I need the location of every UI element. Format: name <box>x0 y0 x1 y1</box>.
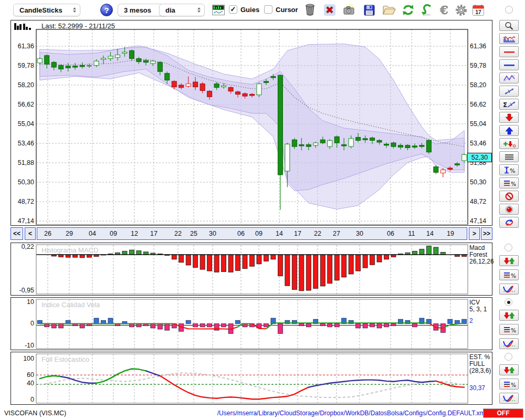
price-tick-label: 50,30 <box>470 178 486 186</box>
help-button[interactable]: ? <box>100 4 113 16</box>
price-tick-label: 47,14 <box>470 217 486 225</box>
trend-line-tool-button[interactable] <box>499 86 519 97</box>
delete-x-button[interactable]: ✖ <box>322 3 337 17</box>
price-tick-label: 59,78 <box>470 62 486 69</box>
stoch-lines-percent-button[interactable]: % <box>499 379 519 390</box>
icv-value: 2 <box>469 318 487 324</box>
svg-text:✖: ✖ <box>326 4 334 16</box>
open-folder-button[interactable] <box>382 3 396 17</box>
stoch-tick-label: 100 <box>11 355 34 362</box>
calendar-button[interactable]: 17 <box>471 3 486 17</box>
date-tick-label: 06 <box>387 230 394 237</box>
icv-ymin-label: -10 <box>11 342 34 349</box>
current-price-badge: 52,30 <box>467 153 492 162</box>
zoom-tool-button[interactable] <box>499 20 519 31</box>
macd-panel-radio[interactable] <box>505 244 512 251</box>
stoch-tick-label: 60 <box>11 371 34 379</box>
off-toggle[interactable]: OFF <box>483 408 523 418</box>
scroll-right-button[interactable]: > <box>469 227 480 240</box>
stoch-panel-radio[interactable] <box>505 353 512 361</box>
save-floppy-button[interactable] <box>362 3 376 17</box>
swap-refresh-tool-button[interactable] <box>499 217 519 228</box>
toolbar: CandleSticks ? 3 mesos dia ✓ Guies Curso… <box>0 0 525 20</box>
icv-arrows-red-green-button[interactable] <box>499 310 519 321</box>
list-lines-tool-button[interactable] <box>499 151 519 162</box>
svg-text:Σ: Σ <box>503 101 507 109</box>
svg-text:€: € <box>439 4 448 16</box>
price-tick-label: 58,20 <box>11 81 34 89</box>
undo-arrow-button[interactable] <box>419 3 434 17</box>
date-tick-label: 25 <box>190 230 197 237</box>
date-tick-label: 26 <box>44 230 51 237</box>
price-tick-label: 48,72 <box>470 198 486 205</box>
price-tick-label: 53,46 <box>11 140 34 147</box>
macd-panel: Histograma MACD 0,22 -0,95 MacdForest26,… <box>10 243 492 296</box>
scroll-far-left-button[interactable]: << <box>10 227 23 240</box>
icv-panel-radio[interactable] <box>505 298 512 306</box>
svg-text:%: % <box>510 167 515 174</box>
stochastic-settings-label: EST. %FULL(28,3,6) 30,37 <box>469 354 491 392</box>
symbol-label: VISCOFAN (VIS.MC) <box>4 410 66 417</box>
cursor-checkbox-group: Cursor <box>264 5 298 14</box>
date-tick-label: 04 <box>89 230 96 237</box>
macd-arrows-red-green-button[interactable] <box>499 255 519 266</box>
sum-trend-tool-button[interactable]: Σ <box>499 99 519 110</box>
settings-gear-button[interactable] <box>454 3 468 17</box>
top-right-radio[interactable] <box>505 6 513 14</box>
macd-lines-percent-button[interactable]: % <box>499 269 519 280</box>
blue-line-tool-button[interactable] <box>499 59 519 70</box>
add-signal-tool-button[interactable] <box>499 138 519 149</box>
interval-select[interactable]: dia <box>159 4 205 16</box>
date-tick-label: 29 <box>66 230 73 237</box>
stoch-tick-label: 0 <box>11 396 34 403</box>
guies-checkbox[interactable]: ✓ <box>229 5 237 14</box>
forbidden-tool-button[interactable] <box>499 191 519 202</box>
snapshot-camera-button[interactable] <box>342 3 356 17</box>
euro-button[interactable]: € <box>437 3 452 17</box>
date-tick-label: 09 <box>110 230 117 237</box>
date-tick-label: 30 <box>209 230 216 237</box>
trash-button[interactable] <box>302 3 317 17</box>
red-line-tool-button[interactable] <box>499 46 519 57</box>
icv-lines-percent-button[interactable]: % <box>499 324 519 335</box>
chart-window-icon[interactable] <box>211 3 226 17</box>
svg-text:%: % <box>511 181 516 187</box>
date-tick-label: 22 <box>174 230 182 237</box>
arrow-up-blue-tool-button[interactable] <box>499 125 519 136</box>
price-tick-label: 58,20 <box>470 81 486 89</box>
price-tick-label: 59,78 <box>11 62 34 69</box>
date-strip[interactable]: 2629040912172225300609141722273006111419 <box>37 227 467 240</box>
cursor-checkbox[interactable] <box>264 5 272 14</box>
price-tick-label: 48,72 <box>11 198 34 205</box>
date-tick-label: 14 <box>276 230 283 237</box>
zigzag-tool-button[interactable] <box>499 72 519 83</box>
chevron-updown-icon <box>73 7 76 13</box>
stoch-waves-button[interactable] <box>499 393 519 404</box>
main-chart-canvas[interactable] <box>11 20 491 225</box>
price-tick-label: 55,04 <box>11 120 34 128</box>
stochastic-value: 30,37 <box>469 385 491 392</box>
vertical-percent-tool-button[interactable]: % <box>499 164 519 175</box>
chart-type-select[interactable]: CandleSticks <box>13 4 80 16</box>
refresh-circular-button[interactable] <box>401 3 415 17</box>
macd-title: Histograma MACD <box>41 246 98 254</box>
icv-waves-button[interactable] <box>499 338 519 349</box>
macd-waves-button[interactable] <box>499 284 519 295</box>
price-tick-label: 51,88 <box>11 159 34 166</box>
indicator-chart-tool-button[interactable] <box>499 33 519 44</box>
stoch-tick-label: 40 <box>11 380 34 387</box>
date-tick-label: 22 <box>314 230 321 237</box>
date-tick-label: 17 <box>150 230 158 237</box>
icv-zero-label: 0 <box>11 320 34 327</box>
icv-settings-label: ICV5, 3, 1 2 <box>469 299 487 324</box>
arrow-down-red-tool-button[interactable] <box>499 112 519 123</box>
status-bar: VISCOFAN (VIS.MC) /Users/mserra/Library/… <box>0 406 525 420</box>
scroll-far-right-button[interactable]: >> <box>481 227 492 240</box>
chevron-updown-icon <box>197 7 201 13</box>
date-tick-label: 12 <box>131 230 138 237</box>
scroll-left-button[interactable]: < <box>25 227 36 240</box>
lines-percent-tool-button[interactable]: % <box>499 177 519 188</box>
stoch-arrows-red-green-button[interactable] <box>499 364 519 375</box>
record-tool-button[interactable] <box>499 204 519 215</box>
cursor-label: Cursor <box>276 6 298 14</box>
